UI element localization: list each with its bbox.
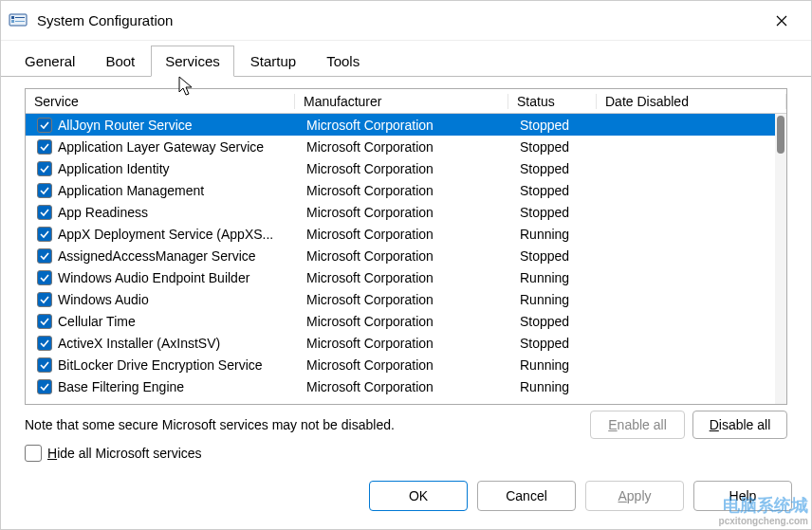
disable-all-button[interactable]: Disable all [692,411,787,439]
service-manufacturer: Microsoft Corporation [303,227,516,242]
service-checkbox[interactable] [37,227,52,242]
hide-ms-checkbox[interactable] [25,445,42,462]
service-checkbox[interactable] [37,161,52,176]
table-row[interactable]: ActiveX Installer (AxInstSV)Microsoft Co… [26,332,786,354]
service-manufacturer: Microsoft Corporation [303,161,516,176]
service-status: Stopped [516,205,604,220]
table-header-row: Service Manufacturer Status Date Disable… [26,89,786,114]
service-name: Application Layer Gateway Service [58,139,264,155]
service-checkbox[interactable] [37,205,52,220]
enable-all-button[interactable]: Enable all [590,411,685,439]
table-row[interactable]: Application ManagementMicrosoft Corporat… [26,179,786,201]
service-manufacturer: Microsoft Corporation [303,379,516,394]
service-checkbox[interactable] [37,139,52,155]
service-status: Running [516,292,604,307]
column-header-service[interactable]: Service [26,94,295,109]
table-row[interactable]: Application Layer Gateway ServiceMicroso… [26,136,786,157]
apply-button[interactable]: Apply [585,481,684,511]
service-checkbox[interactable] [37,270,52,285]
table-row[interactable]: BitLocker Drive Encryption ServiceMicros… [26,354,786,375]
service-name: Application Identity [58,161,170,176]
service-manufacturer: Microsoft Corporation [303,205,516,220]
column-header-date-disabled[interactable]: Date Disabled [597,94,786,109]
hide-ms-label[interactable]: Hide all Microsoft services [47,446,202,461]
service-status: Stopped [516,118,604,133]
tab-tools[interactable]: Tools [312,46,374,77]
help-button[interactable]: Help [693,481,792,511]
svg-rect-4 [15,21,25,22]
service-name: AllJoyn Router Service [58,118,193,133]
service-checkbox[interactable] [37,248,52,264]
service-status: Stopped [516,248,604,264]
svg-rect-2 [15,17,25,18]
column-header-status[interactable]: Status [508,94,597,109]
service-manufacturer: Microsoft Corporation [303,292,516,307]
services-panel: Service Manufacturer Status Date Disable… [1,77,811,472]
service-status: Stopped [516,314,604,329]
tab-strip: General Boot Services Startup Tools [1,41,811,77]
svg-rect-3 [11,20,14,23]
services-list: AllJoyn Router ServiceMicrosoft Corporat… [26,114,786,397]
service-checkbox[interactable] [37,357,52,373]
tab-services[interactable]: Services [151,46,234,77]
scrollbar-track[interactable] [775,114,786,404]
service-name: ActiveX Installer (AxInstSV) [58,336,220,351]
service-manufacturer: Microsoft Corporation [303,357,516,373]
service-name: Application Management [58,183,204,198]
service-status: Stopped [516,139,604,155]
window: System Configuration General Boot Servic… [0,0,812,530]
service-checkbox[interactable] [37,379,52,394]
service-name: Base Filtering Engine [58,379,184,394]
service-manufacturer: Microsoft Corporation [303,336,516,351]
service-status: Running [516,270,604,285]
service-checkbox[interactable] [37,118,52,133]
titlebar: System Configuration [1,1,811,41]
window-close-button[interactable] [760,1,803,40]
hide-ms-row: Hide all Microsoft services [25,445,787,462]
table-row[interactable]: Application IdentityMicrosoft Corporatio… [26,157,786,179]
table-row[interactable]: AppX Deployment Service (AppXS...Microso… [26,223,786,245]
tab-general[interactable]: General [10,46,89,77]
table-row[interactable]: Windows AudioMicrosoft CorporationRunnin… [26,288,786,310]
service-status: Running [516,379,604,394]
table-row[interactable]: App ReadinessMicrosoft CorporationStoppe… [26,201,786,223]
service-status: Stopped [516,161,604,176]
service-manufacturer: Microsoft Corporation [303,270,516,285]
service-checkbox[interactable] [37,292,52,307]
table-row[interactable]: AllJoyn Router ServiceMicrosoft Corporat… [26,114,786,136]
service-manufacturer: Microsoft Corporation [303,139,516,155]
table-row[interactable]: Windows Audio Endpoint BuilderMicrosoft … [26,266,786,288]
services-table: Service Manufacturer Status Date Disable… [25,88,787,405]
service-name: AssignedAccessManager Service [58,248,256,264]
service-manufacturer: Microsoft Corporation [303,314,516,329]
note-row: Note that some secure Microsoft services… [25,411,787,439]
dialog-button-bar: OK Cancel Apply Help [1,472,811,529]
window-title: System Configuration [37,12,760,28]
service-name: App Readiness [58,205,148,220]
service-name: AppX Deployment Service (AppXS... [58,227,273,242]
svg-rect-1 [11,16,14,19]
tab-boot[interactable]: Boot [91,46,149,77]
tab-startup[interactable]: Startup [236,46,310,77]
service-checkbox[interactable] [37,336,52,351]
service-status: Running [516,227,604,242]
ok-button[interactable]: OK [369,481,468,511]
service-manufacturer: Microsoft Corporation [303,183,516,198]
service-name: Cellular Time [58,314,136,329]
service-manufacturer: Microsoft Corporation [303,248,516,264]
service-checkbox[interactable] [37,314,52,329]
table-row[interactable]: Cellular TimeMicrosoft CorporationStoppe… [26,310,786,332]
service-manufacturer: Microsoft Corporation [303,118,516,133]
table-row[interactable]: Base Filtering EngineMicrosoft Corporati… [26,375,786,397]
service-name: Windows Audio [58,292,149,307]
service-status: Stopped [516,336,604,351]
app-icon [9,11,28,30]
note-text: Note that some secure Microsoft services… [25,417,582,432]
service-status: Running [516,357,604,373]
column-header-manufacturer[interactable]: Manufacturer [295,94,508,109]
service-checkbox[interactable] [37,183,52,198]
cancel-button[interactable]: Cancel [477,481,576,511]
service-name: Windows Audio Endpoint Builder [58,270,249,285]
scrollbar-thumb[interactable] [777,116,784,154]
table-row[interactable]: AssignedAccessManager ServiceMicrosoft C… [26,245,786,266]
